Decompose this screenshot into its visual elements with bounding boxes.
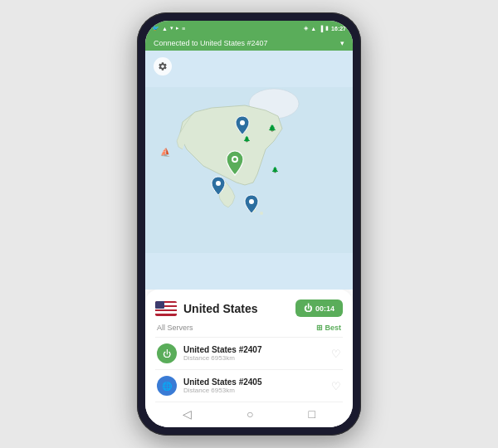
- connection-bar[interactable]: Connected to United States #2407 ▾: [145, 36, 353, 51]
- server-icon-0: ⏻: [157, 343, 177, 363]
- connect-button[interactable]: ⏻ 00:14: [295, 299, 343, 317]
- server-dist-1: Distance 6953km: [183, 387, 262, 394]
- server-dist-0: Distance 6953km: [183, 354, 262, 362]
- best-filter[interactable]: ⊞ Best: [316, 324, 341, 332]
- connection-text: Connected to United States #2407: [154, 39, 268, 47]
- signal-icon: ▲: [162, 26, 168, 32]
- server-info-0: United States #2407 Distance 6953km: [183, 345, 262, 362]
- phone-screen: 🐦 ▲ ▾ ▸ ≡ ◈ ▲ ▐ ▮ 16:27 Connected to Uni…: [145, 21, 353, 427]
- server-list: ⏻ United States #2407 Distance 6953km ♡ …: [155, 337, 343, 402]
- favorite-icon-0[interactable]: ♡: [331, 348, 341, 360]
- bottom-panel: United States ⏻ 00:14 All Servers ⊞ Best: [145, 290, 353, 427]
- svg-point-3: [260, 212, 263, 215]
- us-flag: [155, 301, 177, 316]
- svg-point-8: [240, 120, 245, 125]
- status-bar: 🐦 ▲ ▾ ▸ ≡ ◈ ▲ ▐ ▮ 16:27: [145, 21, 353, 36]
- status-icons-right: ◈ ▲ ▐ ▮ 16:27: [304, 25, 346, 32]
- filter-icon: ⊞: [316, 324, 323, 332]
- svg-point-9: [216, 181, 221, 186]
- country-header: United States ⏻ 00:14: [155, 299, 343, 317]
- gear-icon: [158, 61, 168, 71]
- wifi-icon: ▾: [170, 25, 173, 32]
- chevron-down-icon: ▾: [340, 39, 344, 47]
- svg-text:🌲: 🌲: [271, 166, 279, 173]
- all-servers-label: All Servers: [157, 324, 193, 332]
- map-svg: ⛵ 🌲 🌲 🌲: [145, 51, 353, 290]
- country-name: United States: [183, 302, 257, 315]
- settings-button[interactable]: [154, 57, 172, 75]
- favorite-icon-1[interactable]: ♡: [331, 380, 341, 392]
- data-icon: ◈: [304, 25, 308, 32]
- battery-icon: ▮: [325, 25, 329, 32]
- home-button[interactable]: ○: [247, 407, 253, 421]
- server-icon-1: 🌐: [157, 376, 177, 396]
- svg-point-10: [249, 199, 254, 204]
- svg-point-12: [233, 158, 237, 161]
- menu-icon: ≡: [182, 26, 185, 32]
- server-info-1: United States #2405 Distance 6953km: [183, 377, 262, 394]
- svg-text:⛵: ⛵: [160, 147, 171, 158]
- svg-text:🌲: 🌲: [243, 135, 251, 143]
- twitter-icon: 🐦: [152, 25, 159, 32]
- signal2-icon: ▐: [319, 26, 323, 32]
- clock: 16:27: [331, 26, 346, 32]
- country-info: United States: [155, 301, 257, 316]
- filter-row: All Servers ⊞ Best: [155, 324, 343, 332]
- server-left-0: ⏻ United States #2407 Distance 6953km: [157, 343, 262, 363]
- server-item-1[interactable]: 🌐 United States #2405 Distance 6953km ♡: [155, 369, 343, 402]
- server-left-1: 🌐 United States #2405 Distance 6953km: [157, 376, 262, 396]
- phone-device: 🐦 ▲ ▾ ▸ ≡ ◈ ▲ ▐ ▮ 16:27 Connected to Uni…: [137, 12, 361, 436]
- wifi2-icon: ▲: [310, 26, 316, 32]
- vpn-icon: ▸: [176, 25, 179, 32]
- power-icon: ⏻: [304, 304, 312, 313]
- map-area: ⛵ 🌲 🌲 🌲: [145, 51, 353, 290]
- connect-timer: 00:14: [315, 304, 334, 313]
- server-name-1: United States #2405: [183, 377, 262, 387]
- status-icons-left: 🐦 ▲ ▾ ▸ ≡: [152, 25, 185, 32]
- back-button[interactable]: ◁: [183, 407, 192, 421]
- server-item[interactable]: ⏻ United States #2407 Distance 6953km ♡: [155, 337, 343, 369]
- recent-button[interactable]: □: [309, 407, 315, 421]
- svg-text:🌲: 🌲: [268, 124, 276, 132]
- nav-bar: ◁ ○ □: [155, 402, 343, 427]
- server-name-0: United States #2407: [183, 345, 262, 354]
